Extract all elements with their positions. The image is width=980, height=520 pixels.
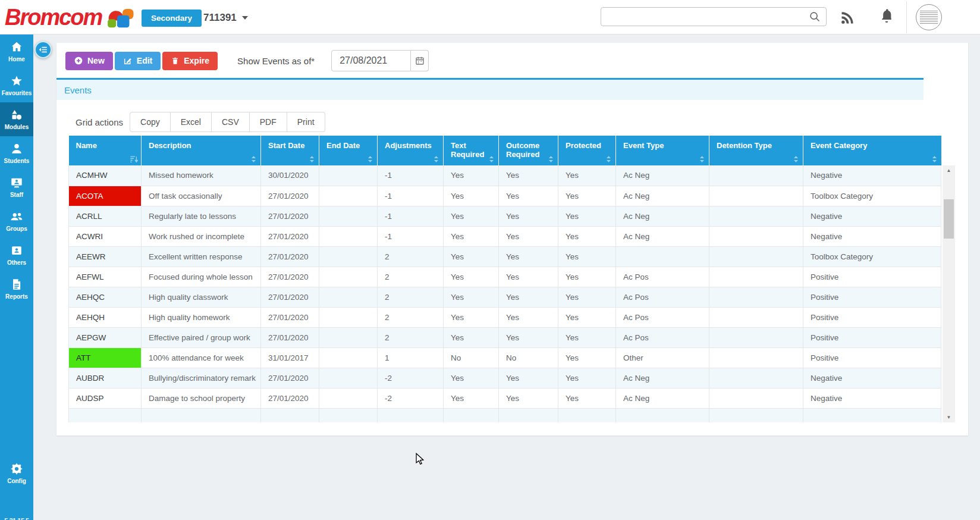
cell-protected: Yes (558, 347, 616, 368)
new-button[interactable]: New (65, 52, 113, 70)
edit-button[interactable]: Edit (115, 52, 161, 70)
expire-button[interactable]: Expire (162, 52, 218, 70)
table-row-aefwl[interactable]: AEFWLFocused during whole lesson27/01/20… (69, 267, 941, 287)
cell-text-required: Yes (444, 327, 499, 347)
sort-icon (931, 155, 938, 164)
phase-badge[interactable]: Secondary (142, 10, 202, 27)
sidebar-item-staff[interactable]: Staff (0, 170, 33, 204)
table-row-aeewr[interactable]: AEEWRExcellent written response27/01/202… (69, 246, 941, 267)
column-header-end-date[interactable]: End Date (319, 136, 378, 165)
column-header-event-type[interactable]: Event Type (616, 136, 709, 165)
table-row-aehqh[interactable]: AEHQHHigh quality homework27/01/20202Yes… (69, 307, 941, 327)
column-header-description[interactable]: Description (142, 136, 261, 165)
scroll-down-arrow-icon[interactable]: ▼ (943, 413, 955, 422)
cell-end-date (319, 246, 378, 267)
cell-event-type: Ac Neg (616, 186, 709, 206)
column-header-adjustments[interactable]: Adjustments (378, 136, 444, 165)
table-row-acwri[interactable]: ACWRIWork rushed or incomplete27/01/2020… (69, 226, 941, 246)
column-header-event-category[interactable]: Event Category (803, 136, 941, 165)
cell-end-date (319, 186, 378, 206)
sidebar-item-others[interactable]: Others (0, 238, 33, 272)
table-row-acota[interactable]: ACOTAOff task occasionally27/01/2020-1Ye… (69, 186, 941, 206)
sidebar-item-modules[interactable]: Modules (0, 102, 33, 136)
scroll-up-arrow-icon[interactable]: ▲ (943, 166, 955, 175)
table-row-acrll[interactable]: ACRLLRegularly late to lessons27/01/2020… (69, 206, 941, 226)
cell-event-type: Ac Pos (616, 307, 709, 327)
table-row-att[interactable]: ATT100% attendance for week31/01/20171No… (69, 347, 941, 368)
grid-actions-label: Grid actions (76, 117, 123, 127)
cell-name: AEFWL (69, 267, 142, 287)
grid-action-print-button[interactable]: Print (287, 112, 325, 132)
table-row-aubdr[interactable]: AUBDRBullying/discriminatory remark27/01… (69, 368, 941, 388)
cell-event-category: Positive (803, 307, 941, 327)
column-header-detention-type[interactable]: Detention Type (709, 136, 803, 165)
broadcast-icon[interactable] (840, 9, 856, 26)
school-number-dropdown[interactable]: 711391 (203, 12, 248, 24)
cell-detention-type (709, 226, 803, 246)
cell-protected: Yes (558, 388, 616, 408)
cell-start-date: 27/01/2020 (261, 267, 319, 287)
cell-text-required: No (444, 347, 499, 368)
table-row-acmhw[interactable]: ACMHWMissed homework30/01/2020-1YesYesYe… (69, 165, 941, 186)
top-bar: Bromcom Secondary 711391 (0, 0, 980, 35)
search-icon[interactable] (808, 10, 821, 23)
cell-text-required: Yes (444, 307, 499, 327)
grid-action-csv-button[interactable]: CSV (212, 112, 250, 132)
trash-icon (171, 56, 180, 65)
calendar-button[interactable] (411, 50, 429, 71)
table-row-aepgw[interactable]: AEPGWEffective paired / group work27/01/… (69, 327, 941, 347)
notifications-bell-icon[interactable] (879, 8, 894, 24)
cell-protected: Yes (558, 206, 616, 226)
cell-start-date: 27/01/2020 (261, 287, 319, 307)
cell-protected: Yes (558, 186, 616, 206)
sidebar-item-students[interactable]: Students (0, 136, 33, 170)
column-header-text-required[interactable]: Text Required (444, 136, 499, 165)
cell-end-date (319, 165, 378, 186)
cloud-logo-icon (106, 5, 137, 29)
cell-description: Regularly late to lessons (142, 206, 261, 226)
sidebar-item-home[interactable]: Home (0, 35, 33, 68)
cell-event-category: Positive (803, 287, 941, 307)
grid-action-excel-button[interactable]: Excel (171, 112, 212, 132)
cell-event-type: Ac Pos (616, 267, 709, 287)
column-header-outcome-required[interactable]: Outcome Required (499, 136, 558, 165)
sidebar-item-groups[interactable]: Groups (0, 204, 33, 238)
sidebar-collapse-button[interactable] (34, 41, 52, 58)
cell-start-date: 27/01/2020 (261, 226, 319, 246)
events-date-input[interactable] (331, 50, 411, 71)
sidebar-item-reports[interactable]: Reports (0, 272, 33, 306)
cell-name: AEPGW (69, 327, 142, 347)
scrollbar-thumb[interactable] (944, 199, 954, 239)
user-avatar[interactable] (916, 4, 942, 30)
table-row-aehqc[interactable]: AEHQCHigh quality classwork27/01/20202Ye… (69, 287, 941, 307)
cell-description: High quality homework (142, 307, 261, 327)
vertical-scrollbar[interactable]: ▲ ▼ (943, 165, 955, 422)
cell-adjustments: 2 (378, 307, 444, 327)
cell-outcome-required: No (499, 347, 558, 368)
table-header-row: NameDescriptionStart DateEnd DateAdjustm… (69, 136, 941, 165)
cell-adjustments: -1 (378, 226, 444, 246)
column-header-start-date[interactable]: Start Date (261, 136, 319, 165)
column-header-name[interactable]: Name (69, 136, 142, 165)
cell-adjustments: -1 (378, 186, 444, 206)
search-input[interactable] (601, 12, 808, 21)
sort-icon (432, 155, 440, 164)
cell-outcome-required: Yes (499, 165, 558, 186)
cell-event-type (616, 246, 709, 267)
sidebar-item-favourites[interactable]: Favourites (0, 68, 33, 102)
main-content: New Edit Expire Show Events as of* Event… (33, 35, 980, 520)
cell-text-required: Yes (444, 226, 499, 246)
sort-icon (250, 155, 257, 164)
grid-action-copy-button[interactable]: Copy (130, 112, 171, 132)
cell-text-required: Yes (444, 368, 499, 388)
cell-detention-type (709, 287, 803, 307)
sidebar-item-config[interactable]: Config (0, 456, 33, 490)
cell-event-category: Negative (803, 368, 941, 388)
table-row-audsp[interactable]: AUDSPDamage to school property27/01/2020… (69, 388, 941, 408)
home-icon (10, 40, 23, 54)
cell-description: Effective paired / group work (142, 327, 261, 347)
others-icon (10, 244, 23, 257)
column-header-protected[interactable]: Protected (558, 136, 616, 165)
staff-icon (10, 176, 23, 189)
grid-action-pdf-button[interactable]: PDF (250, 112, 287, 132)
